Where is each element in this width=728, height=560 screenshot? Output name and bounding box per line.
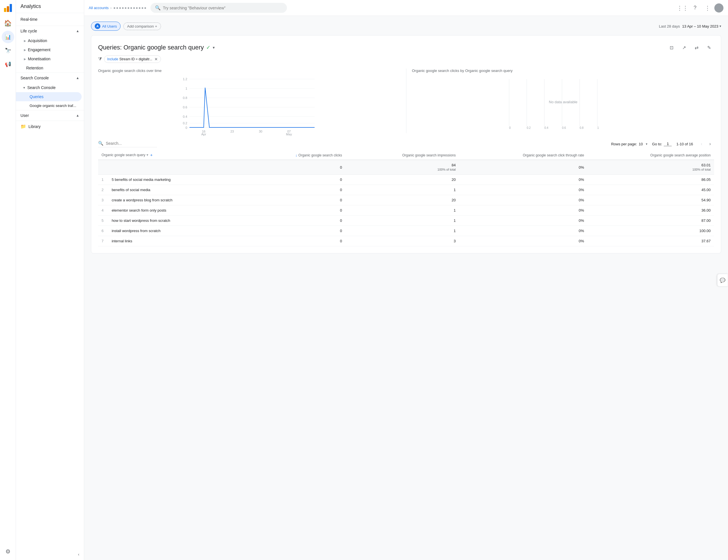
sort-icon: ↓ (295, 153, 297, 157)
cell-clicks: 0 (245, 226, 346, 236)
icon-rail: 🏠 📊 🔭 📢 ⚙ (0, 0, 16, 560)
explore-icon[interactable]: 🔭 (2, 44, 14, 57)
chart-right: Organic google search clicks by Organic … (406, 69, 714, 133)
table-search-input[interactable] (106, 141, 157, 146)
avatar[interactable] (714, 3, 723, 13)
settings-icon[interactable]: ⚙ (2, 545, 14, 558)
table-search-icon: 🔍 (98, 141, 104, 146)
svg-text:1.2: 1.2 (183, 77, 187, 81)
filter-keyword: Include (107, 57, 118, 61)
svg-text:0: 0 (509, 126, 511, 129)
sidebar-item-retention[interactable]: Retention (16, 63, 84, 73)
date-range-picker[interactable]: 13 Apr – 10 May 2023 ▾ (682, 24, 721, 28)
lifecycle-header[interactable]: Life cycle ▲ (16, 26, 84, 36)
col-position-label: Organic google search average position (650, 153, 711, 157)
sidebar-item-library[interactable]: 📁 Library (16, 121, 84, 132)
svg-text:23: 23 (230, 130, 234, 133)
reports-icon[interactable]: 📊 (2, 31, 14, 43)
totals-clicks-cell: 0 (245, 160, 346, 175)
home-icon[interactable]: 🏠 (2, 17, 14, 30)
rows-per-page-label: Rows per page: (611, 142, 637, 146)
cell-query: 7 internal links (98, 236, 245, 246)
data-table: Organic google search query ▾ + ↓ Organi… (98, 150, 714, 246)
add-comparison-button[interactable]: Add comparison + (123, 22, 161, 30)
cell-position: 54.90 (588, 195, 714, 205)
col-query-dropdown-icon[interactable]: ▾ (146, 153, 148, 157)
sidebar-item-engagement[interactable]: ▶ Engagement (16, 45, 84, 54)
table-pagination: Rows per page: 10 25 50 ▾ (611, 140, 714, 148)
filter-close-icon[interactable]: ✕ (154, 57, 158, 61)
filter-chip[interactable]: Include Stream ID = digitaltr... ✕ (104, 55, 161, 63)
rows-per-page-select[interactable]: 10 25 50 (639, 142, 648, 146)
sidebar-collapse-button[interactable]: ‹ (16, 549, 84, 560)
advertising-icon[interactable]: 📢 (2, 58, 14, 71)
page-title-area: Queries: Organic google search query ✓ ▾ (98, 44, 215, 51)
user-section-header[interactable]: User ▲ (16, 110, 84, 121)
filter-bar: ⧩ Include Stream ID = digitaltr... ✕ (98, 55, 714, 63)
svg-text:0.2: 0.2 (183, 121, 187, 125)
col-clicks-label: Organic google search clicks (298, 153, 342, 157)
cell-ctr: 0% (459, 185, 588, 195)
go-to-input[interactable] (664, 142, 672, 146)
search-console-section-label: Search Console (20, 76, 49, 80)
title-dropdown-icon[interactable]: ▾ (213, 45, 215, 50)
customize-report-button[interactable]: ⊡ (666, 42, 677, 53)
breadcrumb: All accounts › ●●●●●●●●●●●● (89, 6, 147, 10)
rows-per-page-control: Rows per page: 10 25 50 ▾ (611, 142, 648, 146)
sidebar-item-search-console[interactable]: ▼ Search Console (16, 83, 84, 92)
col-position-header[interactable]: Organic google search average position (588, 150, 714, 160)
totals-impressions-sub: 100% of total (437, 168, 456, 171)
col-query-header[interactable]: Organic google search query ▾ + (98, 150, 245, 160)
edit-button[interactable]: ✎ (704, 42, 714, 53)
segment-left: A All Users Add comparison + (91, 22, 161, 31)
apps-icon[interactable]: ⋮⋮ (677, 2, 688, 14)
cell-impressions: 1 (346, 185, 459, 195)
search-console-header[interactable]: Search Console ▲ (16, 73, 84, 83)
filter-value: Stream ID = digitaltr... (119, 57, 152, 61)
svg-text:0.4: 0.4 (183, 115, 187, 118)
add-comparison-plus: + (155, 24, 157, 28)
feedback-button[interactable]: 💬 (717, 274, 728, 286)
prev-page-button[interactable]: ‹ (698, 140, 706, 148)
totals-ctr-cell: 0% (459, 160, 588, 175)
table-row: 2 benefits of social media 0 1 0% 45.00 (98, 185, 714, 195)
help-icon[interactable]: ? (689, 2, 701, 14)
page-info: 1-10 of 16 (676, 142, 693, 146)
sidebar-item-queries[interactable]: Queries (16, 92, 82, 101)
add-dimension-button[interactable]: + (150, 152, 153, 157)
sidebar-item-realtime[interactable]: Real-time (16, 14, 82, 24)
compare-button[interactable]: ⇄ (691, 42, 702, 53)
sidebar-item-monetisation[interactable]: ▶ Monetisation (16, 54, 84, 63)
sidebar-item-google-organic[interactable]: Google organic search traf... (16, 101, 84, 110)
search-bar[interactable]: 🔍 (150, 3, 287, 13)
search-input[interactable] (163, 6, 282, 10)
sidebar-item-acquisition[interactable]: ▶ Acquisition (16, 36, 84, 45)
more-icon[interactable]: ⋮ (702, 2, 713, 14)
retention-label: Retention (26, 66, 43, 70)
content-area: A All Users Add comparison + Last 28 day… (84, 16, 728, 560)
cell-clicks: 0 (245, 236, 346, 246)
search-console-expand-icon: ▼ (23, 86, 26, 89)
share-button[interactable]: ↗ (679, 42, 689, 53)
go-to-label: Go to: (652, 142, 662, 146)
col-impressions-header[interactable]: Organic google search impressions (346, 150, 459, 160)
chart-left-title: Organic google search clicks over time (98, 69, 400, 73)
table-search-bar[interactable]: 🔍 (98, 141, 157, 147)
cell-clicks: 0 (245, 205, 346, 216)
cell-clicks: 0 (245, 195, 346, 205)
next-page-button[interactable]: › (706, 140, 714, 148)
totals-position-cell: 63.01 100% of total (588, 160, 714, 175)
col-clicks-header[interactable]: ↓ Organic google search clicks (245, 150, 346, 160)
col-ctr-header[interactable]: Organic google search click through rate (459, 150, 588, 160)
svg-text:No data available: No data available (549, 100, 577, 104)
cell-query: 2 benefits of social media (98, 185, 245, 195)
library-section: 📁 Library (16, 121, 84, 132)
nav-realtime-section: Real-time (16, 13, 84, 26)
lifecycle-label: Life cycle (20, 29, 37, 33)
all-users-chip[interactable]: A All Users (91, 22, 121, 31)
cell-impressions: 1 (346, 226, 459, 236)
monetisation-label: Monetisation (28, 57, 50, 61)
breadcrumb-all-accounts[interactable]: All accounts (89, 6, 109, 10)
rows-select-wrapper[interactable]: 10 25 50 ▾ (639, 142, 648, 146)
line-chart-svg: 1.2 1 0.8 0.6 0.4 0.2 0 (98, 76, 400, 133)
